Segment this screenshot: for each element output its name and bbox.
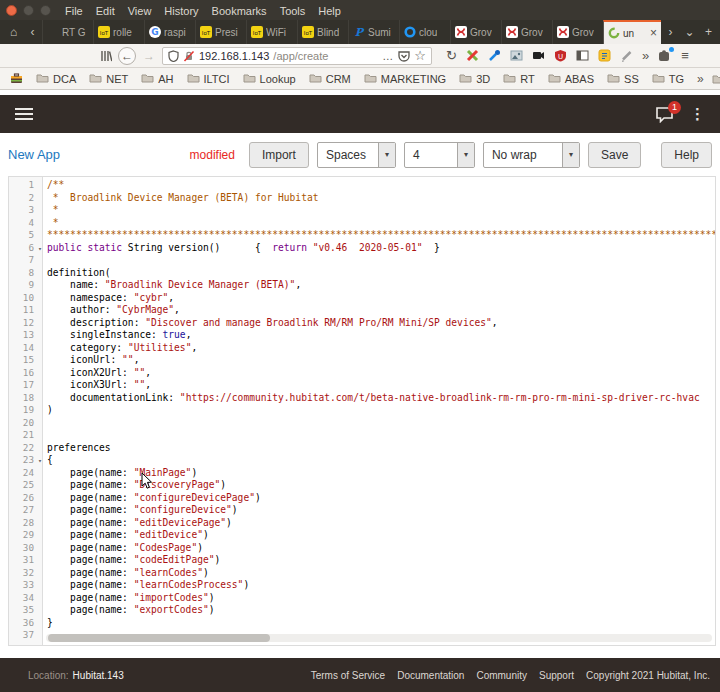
bookmark-folder-lookup[interactable]: Lookup <box>243 73 296 85</box>
code-text[interactable]: author: "CybrMage", <box>43 304 715 317</box>
color-picker-extension-icon[interactable] <box>488 49 501 62</box>
tab-grov[interactable]: Grov <box>501 20 552 44</box>
bookmarks-overflow-icon[interactable]: » <box>697 72 704 86</box>
tab-wifi[interactable]: IoTWiFi <box>246 20 297 44</box>
insecure-lock-icon[interactable] <box>183 50 195 62</box>
overflow-chevrons-icon[interactable]: » <box>642 48 649 63</box>
menu-help[interactable]: Help <box>318 5 341 17</box>
home-icon[interactable]: ⌂ <box>4 20 23 44</box>
bookmark-folder-crm[interactable]: CRM <box>309 73 351 85</box>
video-tool-extension-icon[interactable] <box>532 49 545 62</box>
hamburger-menu-icon[interactable] <box>15 108 33 120</box>
kebab-menu-icon[interactable]: ⋮ <box>690 105 705 123</box>
save-button[interactable]: Save <box>588 142 641 168</box>
bookmark-folder-marketing[interactable]: MARKETING <box>364 73 446 85</box>
bookmarks-manager-extension-icon[interactable] <box>598 49 611 62</box>
pocket-icon[interactable] <box>398 50 410 62</box>
menu-edit[interactable]: Edit <box>96 5 115 17</box>
page-actions-icon[interactable]: … <box>382 50 394 62</box>
notifications-chat-icon[interactable]: 1 <box>655 106 674 123</box>
ublock-origin-icon[interactable]: U <box>554 49 567 62</box>
bookmark-folder-abas[interactable]: ABAS <box>548 73 594 85</box>
url-bar[interactable]: 192.168.1.143 /app/create … ☆ <box>162 47 432 65</box>
app-menu-icon[interactable]: ≡ <box>681 48 689 63</box>
horizontal-scrollbar-thumb[interactable] <box>48 634 270 642</box>
tab-presi[interactable]: IoTPresi <box>195 20 246 44</box>
tab-raspi[interactable]: Graspi <box>144 20 195 44</box>
footer-link-community[interactable]: Community <box>476 670 527 681</box>
code-text[interactable]: page(name: "editDevicePage") <box>43 517 715 530</box>
code-text[interactable]: public static String version() { return … <box>43 242 715 255</box>
footer-link-support[interactable]: Support <box>539 670 574 681</box>
code-text[interactable] <box>43 429 715 442</box>
code-text[interactable]: singleInstance: true, <box>43 329 715 342</box>
other-bookmarks-folder[interactable]: Other Bookmarks <box>712 67 720 91</box>
code-text[interactable]: page(name: "configureDevice") <box>43 504 715 517</box>
code-text[interactable]: page(name: "editDevice") <box>43 529 715 542</box>
code-text[interactable]: iconX3Url: "", <box>43 379 715 392</box>
bookmark-folder-tg[interactable]: TG <box>652 73 684 85</box>
code-editor[interactable]: 1/**2 * Broadlink Device Manager (BETA) … <box>8 176 716 646</box>
code-text[interactable]: page(name: "learnCodes") <box>43 567 715 580</box>
indent-size-arrow-icon[interactable]: ▾ <box>457 143 474 167</box>
tracking-shield-icon[interactable] <box>168 50 179 62</box>
code-text[interactable]: description: "Discover and manage Broadl… <box>43 317 715 330</box>
back-button[interactable]: ← <box>118 47 136 65</box>
sidebar-toggle-icon[interactable] <box>576 49 589 62</box>
horizontal-scrollbar[interactable] <box>46 634 712 642</box>
indent-size-select[interactable]: 4 ▾ <box>404 142 475 168</box>
code-text[interactable]: namespace: "cybr", <box>43 292 715 305</box>
code-text[interactable]: /** <box>43 179 715 192</box>
tab-sumi[interactable]: PSumi <box>348 20 399 44</box>
tab-rolle[interactable]: IoTrolle <box>93 20 144 44</box>
wrap-mode-select[interactable]: No wrap ▾ <box>483 142 580 168</box>
menu-view[interactable]: View <box>128 5 152 17</box>
window-minimize-button[interactable] <box>23 5 34 16</box>
bookmark-star-icon[interactable]: ☆ <box>414 48 426 63</box>
code-text[interactable]: * <box>43 217 715 230</box>
code-text[interactable]: page(name: "exportCodes") <box>43 604 715 617</box>
bookmark-folder-3d[interactable]: 3D <box>459 73 490 85</box>
indent-mode-arrow-icon[interactable]: ▾ <box>378 143 395 167</box>
new-tab-button[interactable]: + <box>699 20 718 44</box>
code-text[interactable]: * Broadlink Device Manager (BETA) for Hu… <box>43 192 715 205</box>
tab-blind[interactable]: IoTBlind <box>297 20 348 44</box>
menu-history[interactable]: History <box>164 5 198 17</box>
screenshot-extension-icon[interactable] <box>510 49 523 62</box>
code-text[interactable]: { <box>43 454 715 467</box>
library-icon[interactable] <box>100 50 112 62</box>
code-text[interactable]: page(name: "importCodes") <box>43 592 715 605</box>
code-text[interactable]: } <box>43 617 715 630</box>
bookmark-briefcase[interactable] <box>10 73 23 84</box>
bookmark-folder-ss[interactable]: SS <box>607 73 639 85</box>
code-text[interactable]: ) <box>43 404 715 417</box>
tab-clou[interactable]: clou <box>399 20 450 44</box>
code-text[interactable]: page(name: "codeEditPage") <box>43 554 715 567</box>
footer-link-terms-of-service[interactable]: Terms of Service <box>311 670 385 681</box>
code-text[interactable]: page(name: "CodesPage") <box>43 542 715 555</box>
tab-grov[interactable]: Grov <box>552 20 603 44</box>
edit-pencil-icon[interactable] <box>620 49 633 62</box>
wrap-mode-arrow-icon[interactable]: ▾ <box>562 143 579 167</box>
menu-tools[interactable]: Tools <box>280 5 306 17</box>
reload-icon[interactable]: ↻ <box>446 48 457 63</box>
code-text[interactable]: * <box>43 204 715 217</box>
code-text[interactable]: definition( <box>43 267 715 280</box>
code-text[interactable]: iconX2Url: "", <box>43 367 715 380</box>
code-content[interactable]: 1/**2 * Broadlink Device Manager (BETA) … <box>9 177 715 645</box>
tab-close-icon[interactable]: × <box>650 27 657 39</box>
help-button[interactable]: Help <box>661 142 712 168</box>
tab-grov[interactable]: Grov <box>450 20 501 44</box>
tab-scroll-right-icon[interactable]: › <box>661 20 680 44</box>
tab-un[interactable]: un× <box>603 20 661 44</box>
code-text[interactable]: iconUrl: "", <box>43 354 715 367</box>
code-text[interactable]: name: "Broadlink Device Manager (BETA)", <box>43 279 715 292</box>
bookmark-folder-ah[interactable]: AH <box>141 73 173 85</box>
code-text[interactable]: page(name: "learnCodesProcess") <box>43 579 715 592</box>
tab-list-dropdown-icon[interactable]: ⌄ <box>680 20 699 44</box>
bookmark-folder-iltci[interactable]: ILTCI <box>187 73 230 85</box>
menu-file[interactable]: File <box>65 5 83 17</box>
tab-scroll-left-icon[interactable]: ‹ <box>23 20 42 44</box>
xmarks-extension-icon[interactable] <box>466 49 479 62</box>
bookmark-folder-rt[interactable]: RT <box>503 73 534 85</box>
